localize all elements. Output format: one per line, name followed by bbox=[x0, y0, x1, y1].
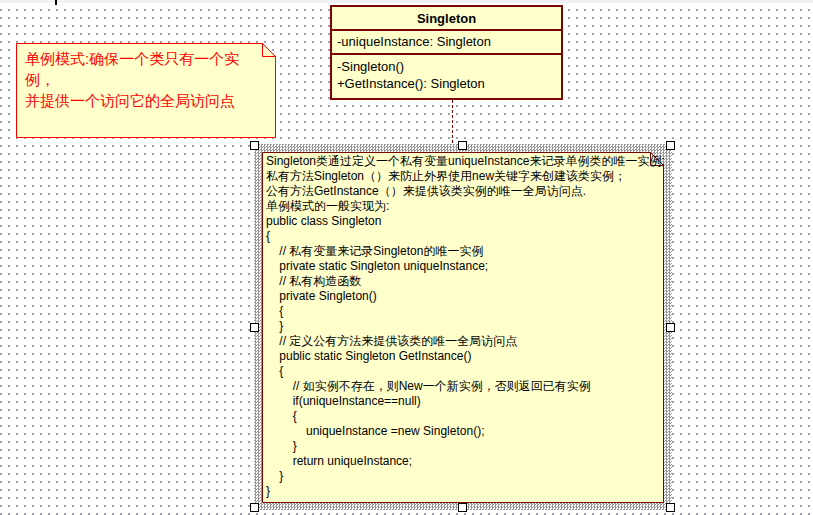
annotation-note-text: 单例模式:确保一个类只有一个实例， 并提供一个访问它的全局访问点 bbox=[25, 48, 269, 111]
diagram-canvas: 单例模式:确保一个类只有一个实例， 并提供一个访问它的全局访问点 Singlet… bbox=[0, 0, 813, 515]
selection-handle-bottom-middle[interactable] bbox=[458, 503, 467, 512]
selection-handle-middle-left[interactable] bbox=[250, 323, 259, 332]
selection-handle-top-left[interactable] bbox=[250, 141, 259, 150]
selection-handle-bottom-right[interactable] bbox=[666, 503, 675, 512]
selection-handle-top-right[interactable] bbox=[666, 141, 675, 150]
class-name: Singleton bbox=[332, 7, 561, 31]
class-methods: -Singleton() +GetInstance(): Singleton bbox=[332, 55, 561, 95]
code-note-text: Singleton类通过定义一个私有变量uniqueInstance来记录单例类… bbox=[266, 154, 658, 499]
ruler-tick bbox=[55, 0, 57, 5]
selection-handle-bottom-left[interactable] bbox=[250, 503, 259, 512]
note-connector-line[interactable] bbox=[452, 100, 454, 143]
selection-handle-top-middle[interactable] bbox=[458, 141, 467, 150]
canvas-top-edge bbox=[0, 0, 813, 3]
annotation-note[interactable]: 单例模式:确保一个类只有一个实例， 并提供一个访问它的全局访问点 bbox=[16, 43, 276, 138]
class-attributes: -uniqueInstance: Singleton bbox=[332, 31, 561, 55]
selection-handle-middle-right[interactable] bbox=[666, 323, 675, 332]
code-note[interactable]: Singleton类通过定义一个私有变量uniqueInstance来记录单例类… bbox=[262, 152, 664, 503]
uml-class-singleton[interactable]: Singleton -uniqueInstance: Singleton -Si… bbox=[330, 5, 563, 100]
